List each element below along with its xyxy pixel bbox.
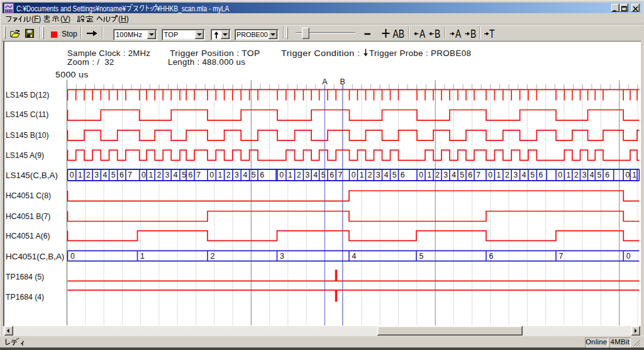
svg-text:6: 6 <box>468 171 472 179</box>
svg-text:1: 1 <box>288 171 292 179</box>
svg-text:1: 1 <box>632 171 636 179</box>
svg-text:LS145 C(11): LS145 C(11) <box>6 111 48 120</box>
svg-text:B: B <box>340 77 345 86</box>
svg-text:LS145 D(12): LS145 D(12) <box>6 91 49 99</box>
svg-text:3: 3 <box>582 171 587 179</box>
svg-text:0: 0 <box>70 252 75 261</box>
svg-text:TP1684 (5): TP1684 (5) <box>6 273 44 281</box>
svg-text:0: 0 <box>626 252 631 261</box>
svg-text:4: 4 <box>313 171 318 179</box>
svg-text:4: 4 <box>103 171 108 179</box>
svg-text:6: 6 <box>330 171 334 179</box>
svg-text:5: 5 <box>419 252 424 261</box>
svg-text:6: 6 <box>188 171 192 179</box>
svg-text:TP1684 (4): TP1684 (4) <box>6 293 44 302</box>
svg-text:HC4051 A(6): HC4051 A(6) <box>6 232 50 240</box>
svg-text:3: 3 <box>280 252 284 261</box>
svg-text:0: 0 <box>419 171 423 179</box>
svg-text:5: 5 <box>182 171 186 179</box>
svg-text:4: 4 <box>243 171 247 179</box>
svg-text:5: 5 <box>530 171 535 179</box>
svg-text:0: 0 <box>558 171 562 179</box>
svg-text:LS145 A(9): LS145 A(9) <box>6 151 44 160</box>
svg-text:7: 7 <box>338 171 342 179</box>
svg-text:6: 6 <box>539 171 543 179</box>
svg-text:2: 2 <box>297 171 301 179</box>
svg-text:0: 0 <box>625 171 630 179</box>
svg-text:1: 1 <box>497 171 501 179</box>
svg-text:1: 1 <box>427 171 431 179</box>
svg-text:6: 6 <box>401 171 405 179</box>
svg-text:3: 3 <box>376 171 380 179</box>
svg-text:3: 3 <box>513 171 518 179</box>
svg-text:1: 1 <box>148 171 153 179</box>
svg-text:2: 2 <box>226 171 231 179</box>
svg-text:2: 2 <box>368 171 372 179</box>
svg-text:3: 3 <box>235 171 239 179</box>
svg-text:5: 5 <box>597 171 602 179</box>
svg-text:7: 7 <box>476 171 480 179</box>
svg-text:1: 1 <box>218 171 223 179</box>
svg-text:0: 0 <box>352 171 356 179</box>
svg-text:5: 5 <box>111 171 116 179</box>
svg-text:5: 5 <box>252 171 256 179</box>
svg-text:6: 6 <box>260 171 264 179</box>
svg-text:1: 1 <box>78 171 82 179</box>
svg-text:A: A <box>322 77 328 86</box>
svg-text:3: 3 <box>443 171 448 179</box>
svg-text:2: 2 <box>86 171 91 179</box>
svg-text:2: 2 <box>574 171 579 179</box>
svg-text:HC4051 B(7): HC4051 B(7) <box>6 212 50 221</box>
svg-text:0: 0 <box>488 171 492 179</box>
svg-text:0: 0 <box>70 171 74 179</box>
svg-text:0: 0 <box>142 171 146 179</box>
svg-text:6: 6 <box>605 171 609 179</box>
svg-text:1: 1 <box>140 252 145 261</box>
svg-text:7: 7 <box>559 252 564 261</box>
svg-text:1: 1 <box>360 171 364 179</box>
svg-text:LS145(C,B,A): LS145(C,B,A) <box>6 171 58 180</box>
svg-text:4: 4 <box>173 171 177 179</box>
svg-text:2: 2 <box>211 252 215 261</box>
svg-text:4: 4 <box>384 171 389 179</box>
svg-text:0: 0 <box>209 171 214 179</box>
svg-text:5: 5 <box>460 171 464 179</box>
svg-text:HC4051(C,B,A): HC4051(C,B,A) <box>6 252 64 261</box>
svg-text:1: 1 <box>567 171 571 179</box>
svg-text:4: 4 <box>352 252 357 261</box>
svg-text:LS145 B(10): LS145 B(10) <box>6 131 49 140</box>
svg-text:7: 7 <box>196 171 201 179</box>
svg-text:2: 2 <box>157 171 161 179</box>
svg-text:5: 5 <box>321 171 326 179</box>
svg-text:3: 3 <box>306 171 310 179</box>
svg-text:3: 3 <box>94 171 99 179</box>
svg-text:6: 6 <box>489 252 494 261</box>
svg-text:2: 2 <box>505 171 509 179</box>
svg-text:4: 4 <box>590 171 594 179</box>
svg-text:7: 7 <box>128 171 132 179</box>
svg-text:6: 6 <box>119 171 124 179</box>
svg-text:HC4051 C(8): HC4051 C(8) <box>6 191 51 200</box>
svg-text:5: 5 <box>392 171 397 179</box>
svg-text:2: 2 <box>435 171 440 179</box>
svg-text:0: 0 <box>279 171 284 179</box>
svg-text:4: 4 <box>452 171 456 179</box>
svg-text:4: 4 <box>522 171 526 179</box>
svg-text:3: 3 <box>165 171 169 179</box>
